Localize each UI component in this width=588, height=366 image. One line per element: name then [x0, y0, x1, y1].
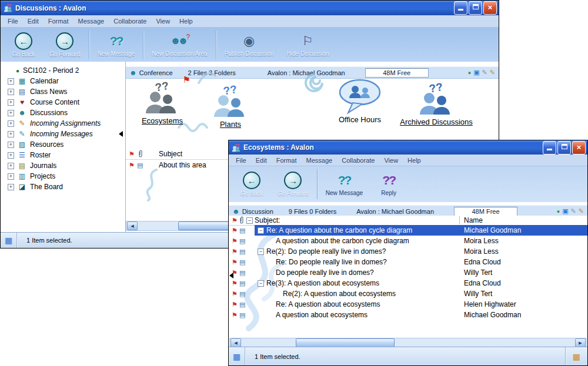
message-row-5[interactable]: ⚑▤Do people really live in domes?Willy T…: [229, 267, 587, 278]
menu-file[interactable]: File: [3, 16, 23, 26]
split-view-icon[interactable]: ▣: [562, 207, 568, 215]
go-back-button[interactable]: ←Go Back: [4, 28, 43, 62]
scroll-right-button[interactable]: ▶: [575, 338, 586, 347]
approve-pencil-icon[interactable]: ✎: [579, 207, 584, 215]
menu-edit[interactable]: Edit: [251, 156, 272, 165]
subject-column-label[interactable]: Subject:: [255, 216, 280, 224]
scroll-left-button[interactable]: ◀: [127, 221, 138, 230]
splitter-collapse-arrow[interactable]: [119, 131, 123, 137]
flag-column-icon[interactable]: ⚑: [129, 150, 135, 158]
message-row-1[interactable]: ⚑▤−Re: A question about the carbon cycle…: [229, 225, 587, 236]
edit-pencil-icon[interactable]: ✎: [571, 207, 576, 215]
splitter-collapse-arrow[interactable]: [229, 273, 233, 278]
maximize-button[interactable]: [469, 1, 482, 15]
message-row-9[interactable]: ⚑▤A question about ecosystemsMichael Goo…: [229, 310, 587, 320]
expand-plus-icon[interactable]: +: [8, 142, 14, 148]
expand-plus-icon[interactable]: +: [8, 131, 14, 137]
grid-view-icon: ▦: [233, 352, 240, 361]
menu-file[interactable]: File: [231, 156, 251, 165]
split-view-icon[interactable]: ▣: [473, 69, 479, 76]
collapse-thread-icon[interactable]: −: [258, 227, 264, 234]
tree-item-discussions[interactable]: +☻Discussions: [1, 108, 125, 118]
expand-plus-icon[interactable]: +: [8, 99, 14, 106]
attachment-column-icon[interactable]: [138, 150, 143, 160]
menu-message[interactable]: Message: [302, 156, 338, 165]
title-bar[interactable]: ?? Ecosystems : Avalon ×: [229, 140, 587, 155]
collapse-thread-icon[interactable]: −: [258, 280, 264, 287]
message-row-8[interactable]: ⚑▤Re: A question about ecosystemsHelen H…: [229, 299, 587, 310]
menu-format[interactable]: Format: [44, 16, 74, 26]
message-row-7[interactable]: ⚑▤Re(2): A question about ecosystemsWill…: [229, 288, 587, 299]
menu-collaborate[interactable]: Collaborate: [109, 16, 151, 26]
tree-item-calendar[interactable]: +▦Calendar: [1, 76, 125, 86]
tree-root-sci102[interactable]: ●SCI102 - Period 2: [1, 65, 125, 76]
message-row-4[interactable]: ⚑▤Re: Do people really live in domes?Edn…: [229, 257, 587, 267]
expand-plus-icon[interactable]: +: [8, 184, 14, 190]
expand-plus-icon[interactable]: +: [8, 173, 14, 180]
expand-plus-icon[interactable]: +: [8, 89, 14, 95]
menu-help[interactable]: Help: [403, 156, 426, 165]
expand-plus-icon[interactable]: +: [8, 120, 14, 127]
subject-column-label[interactable]: Subject: [159, 150, 182, 158]
menu-view[interactable]: View: [379, 156, 403, 165]
scroll-thumb[interactable]: [178, 221, 231, 230]
new-message-button[interactable]: ??New Message: [319, 166, 369, 202]
close-button[interactable]: ×: [572, 141, 586, 155]
column-divider[interactable]: [459, 216, 460, 224]
approve-pencil-icon[interactable]: ✎: [490, 69, 495, 76]
menu-view[interactable]: View: [151, 16, 175, 26]
tree-item-incoming-messages[interactable]: +✎Incoming Messages: [1, 129, 125, 139]
expand-plus-icon[interactable]: +: [8, 110, 14, 116]
new-message-button[interactable]: ??New Message: [91, 28, 141, 62]
layout-cell[interactable]: ▦: [565, 347, 587, 365]
hide-discussion-button[interactable]: ⚐Hide Discussion: [280, 28, 336, 62]
discussion-icon: ☻: [232, 207, 240, 216]
menu-message[interactable]: Message: [74, 16, 109, 26]
title-bar[interactable]: ?? Discussions : Avalon ×: [1, 1, 499, 15]
menu-format[interactable]: Format: [272, 156, 302, 165]
online-dot-icon[interactable]: ●: [468, 70, 471, 76]
maximize-button[interactable]: [557, 141, 571, 155]
expand-plus-icon[interactable]: +: [8, 152, 14, 159]
go-back-button[interactable]: ←Go Back: [232, 166, 271, 202]
menu-edit[interactable]: Edit: [23, 16, 44, 26]
desktop-icon-plants[interactable]: ??Plants: [201, 83, 260, 129]
scroll-thumb[interactable]: [296, 338, 395, 347]
go-forward-button[interactable]: →Go Forward: [43, 28, 87, 62]
menu-collaborate[interactable]: Collaborate: [337, 156, 379, 165]
view-mode-cell[interactable]: ▦: [229, 347, 245, 365]
tree-item-journals[interactable]: +▤Journals: [1, 160, 125, 171]
desktop-icon-ecosystems[interactable]: ??⚑Ecosystems: [127, 79, 198, 125]
message-row-2[interactable]: ⚑▤A question about the carbon cycle diag…: [229, 236, 587, 246]
minimize-button[interactable]: [543, 141, 556, 155]
toolbar: ←Go Back→Go Forward??New Message☻☻?New D…: [1, 28, 499, 62]
tree-item-class-news[interactable]: +▤Class News: [1, 86, 125, 97]
desktop-icon-archived-discussions[interactable]: ??Archived Discussions: [389, 80, 483, 126]
desktop-icon-office-hours[interactable]: Office Hours: [326, 78, 393, 124]
scroll-left-button[interactable]: ◀: [230, 338, 241, 347]
collapse-thread-icon[interactable]: −: [258, 249, 264, 255]
tree-item-incoming-assignments[interactable]: +✎Incoming Assignments: [1, 118, 125, 129]
reply-button[interactable]: ??Reply: [369, 166, 408, 202]
edit-pencil-icon[interactable]: ✎: [482, 69, 487, 76]
tree-item-roster[interactable]: +☰Roster: [1, 150, 125, 160]
minimize-button[interactable]: [454, 1, 467, 15]
tree-item-the-board[interactable]: +◪The Board: [1, 182, 125, 192]
flag-column-icon[interactable]: ⚑: [232, 217, 238, 224]
collapse-all-icon[interactable]: −: [246, 217, 253, 224]
go-forward-button[interactable]: →Go Forward: [271, 166, 315, 202]
new-discussion-area-button[interactable]: ☻☻?New Discussion Area: [145, 28, 213, 62]
tree-item-course-content[interactable]: +♥Course Content: [1, 97, 125, 108]
view-mode-cell[interactable]: ▦: [1, 233, 17, 248]
menu-help[interactable]: Help: [175, 16, 198, 26]
message-row-6[interactable]: ⚑▤−Re(3): A question about ecosystemsEdn…: [229, 278, 587, 288]
publish-discussion-button[interactable]: ◉Publish Discussion: [218, 28, 280, 62]
name-column-label[interactable]: Name: [464, 216, 483, 224]
close-button[interactable]: ×: [483, 1, 497, 15]
tree-item-resources[interactable]: +▨Resources: [1, 139, 125, 150]
message-row-3[interactable]: ⚑▤−Re(2): Do people really live in domes…: [229, 246, 587, 257]
online-dot-icon[interactable]: ●: [557, 209, 560, 214]
expand-plus-icon[interactable]: +: [8, 78, 14, 85]
tree-item-projects[interactable]: +▥Projects: [1, 171, 125, 182]
expand-plus-icon[interactable]: +: [8, 163, 14, 169]
